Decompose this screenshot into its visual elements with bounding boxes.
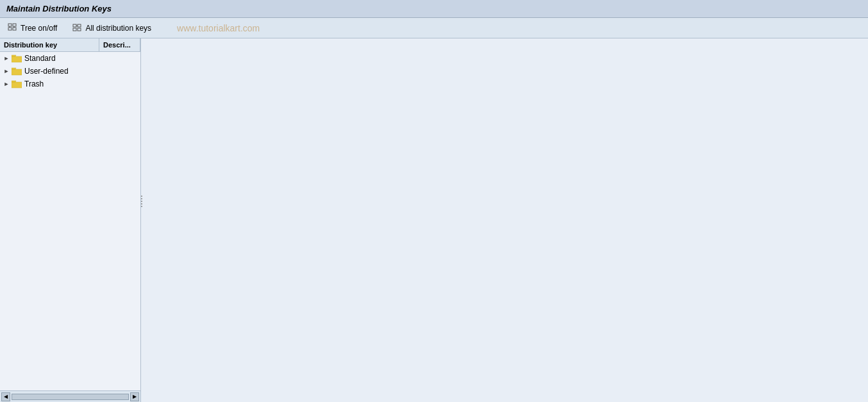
folder-icon-standard: [12, 54, 22, 63]
expand-arrow-user-defined[interactable]: ►: [3, 67, 10, 75]
splitter-dot-5: [141, 206, 142, 207]
col-header-desc: Descri...: [99, 38, 140, 51]
tree-item-user-defined[interactable]: ► User-defined: [0, 65, 140, 78]
main-content: Distribution key Descri... ► Standard: [0, 38, 868, 402]
expand-arrow-trash[interactable]: ►: [3, 80, 10, 88]
svg-rect-6: [73, 24, 76, 27]
title-bar: Maintain Distribution Keys: [0, 0, 868, 18]
content-panel: [141, 38, 868, 402]
svg-rect-2: [13, 24, 16, 26]
tree-label-trash: Trash: [24, 80, 44, 88]
horizontal-scrollbar[interactable]: ◀ ▶: [0, 390, 140, 402]
splitter-dot-4: [141, 203, 142, 205]
splitter-dot-1: [141, 196, 142, 197]
scroll-left-button[interactable]: ◀: [1, 392, 10, 401]
svg-rect-7: [73, 28, 76, 31]
tree-item-trash[interactable]: ► Trash: [0, 78, 140, 90]
panel-splitter[interactable]: [140, 192, 144, 211]
svg-rect-1: [8, 28, 12, 30]
folder-icon-user-defined: [12, 67, 22, 76]
splitter-dot-3: [141, 201, 142, 202]
watermark-text: www.tutorialkart.com: [177, 23, 260, 33]
svg-rect-9: [78, 28, 81, 31]
toolbar: Tree on/off All distribution keys www.tu…: [0, 18, 868, 38]
all-keys-label: All distribution keys: [85, 24, 151, 33]
tree-label-standard: Standard: [24, 54, 56, 63]
expand-arrow-standard[interactable]: ►: [3, 54, 10, 62]
all-keys-button[interactable]: All distribution keys: [70, 22, 154, 35]
main-window: Maintain Distribution Keys Tree on/off: [0, 0, 868, 402]
tree-item-standard[interactable]: ► Standard: [0, 52, 140, 65]
svg-rect-0: [8, 24, 12, 26]
tree-toggle-label: Tree on/off: [21, 24, 57, 33]
svg-rect-3: [13, 28, 16, 30]
tree-label-user-defined: User-defined: [24, 67, 69, 76]
splitter-dot-2: [141, 198, 142, 199]
svg-rect-8: [78, 24, 81, 27]
col-header-key: Distribution key: [0, 38, 99, 51]
tree-body[interactable]: ► Standard ►: [0, 52, 140, 390]
all-keys-icon: [72, 23, 83, 33]
tree-icon: [8, 23, 18, 33]
tree-toggle-button[interactable]: Tree on/off: [5, 22, 60, 35]
folder-icon-trash: [12, 80, 22, 88]
scroll-right-button[interactable]: ▶: [130, 392, 139, 401]
tree-panel: Distribution key Descri... ► Standard: [0, 38, 141, 402]
window-title: Maintain Distribution Keys: [6, 4, 112, 13]
tree-header: Distribution key Descri...: [0, 38, 140, 52]
scroll-track[interactable]: [12, 394, 129, 400]
